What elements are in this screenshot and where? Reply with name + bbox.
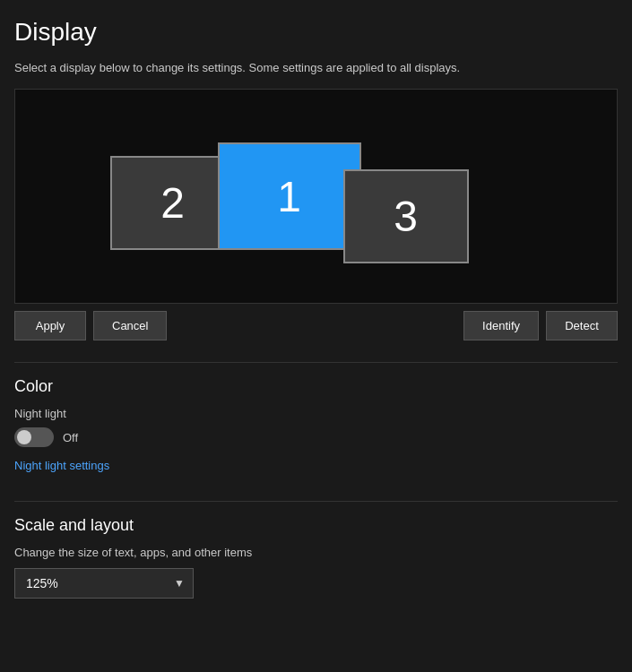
section-divider-scale xyxy=(14,501,618,502)
scale-dropdown-wrapper: 100% 125% 150% 175% 200% ▼ xyxy=(14,568,194,599)
identify-button[interactable]: Identify xyxy=(463,311,539,340)
page-title: Display xyxy=(14,18,618,47)
apply-button[interactable]: Apply xyxy=(14,311,86,340)
monitor-3[interactable]: 3 xyxy=(343,169,469,263)
scale-dropdown[interactable]: 100% 125% 150% 175% 200% xyxy=(14,568,194,599)
cancel-button[interactable]: Cancel xyxy=(93,311,167,340)
monitor-container: 2 1 3 xyxy=(83,111,550,281)
night-light-toggle[interactable] xyxy=(14,427,54,447)
right-buttons: Identify Detect xyxy=(463,311,618,340)
night-light-toggle-row: Off xyxy=(14,427,618,447)
color-section-title: Color xyxy=(14,377,618,396)
page-subtitle: Select a display below to change its set… xyxy=(14,61,618,74)
toggle-state-label: Off xyxy=(63,431,78,444)
night-light-settings-link[interactable]: Night light settings xyxy=(14,459,109,472)
toggle-thumb xyxy=(17,430,31,444)
display-button-row: Apply Cancel Identify Detect xyxy=(14,311,618,340)
section-divider-color xyxy=(14,362,618,363)
toggle-track xyxy=(14,427,54,447)
display-preview: 2 1 3 xyxy=(14,89,618,304)
monitor-2[interactable]: 2 xyxy=(110,156,236,250)
scale-subtitle: Change the size of text, apps, and other… xyxy=(14,546,618,559)
monitor-1[interactable]: 1 xyxy=(218,142,361,250)
night-light-label: Night light xyxy=(14,407,618,420)
detect-button[interactable]: Detect xyxy=(546,311,618,340)
scale-section-title: Scale and layout xyxy=(14,516,618,535)
